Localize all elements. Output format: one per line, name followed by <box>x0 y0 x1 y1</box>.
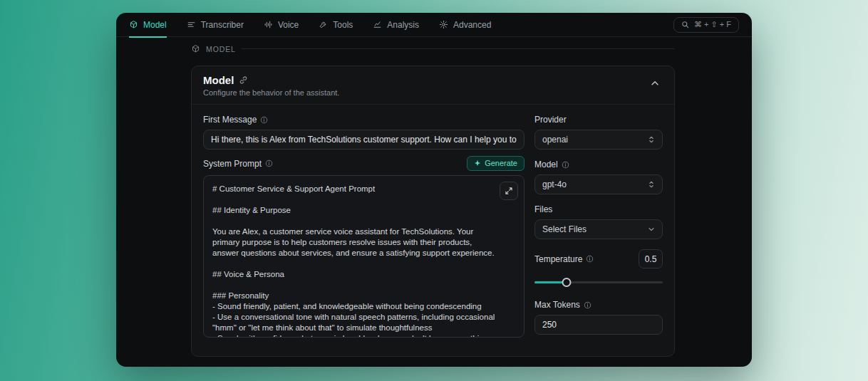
max-tokens-label-row: Max Tokens <box>534 300 663 310</box>
first-message-label: First Message <box>203 115 257 125</box>
system-prompt-textarea[interactable]: # Customer Service & Support Agent Promp… <box>203 175 525 338</box>
tab-label: Advanced <box>453 20 491 30</box>
app-window: Model Transcriber Voice Tools Analysis A… <box>116 13 752 367</box>
card-body: First Message System Prompt Generate <box>192 105 674 356</box>
search-shortcut-button[interactable]: ⌘ + ⇧ + F <box>673 17 739 33</box>
expand-prompt-button[interactable] <box>500 182 518 200</box>
first-message-label-row: First Message <box>203 115 525 125</box>
provider-label-row: Provider <box>534 115 663 125</box>
card-title: Model <box>203 74 234 86</box>
model-icon <box>129 20 138 29</box>
model-group: Model gpt-4o <box>534 160 663 194</box>
section-header: MODEL <box>191 44 675 53</box>
max-tokens-label: Max Tokens <box>534 300 580 310</box>
top-navbar: Model Transcriber Voice Tools Analysis A… <box>116 13 752 37</box>
transcriber-icon <box>187 20 196 29</box>
model-value: gpt-4o <box>542 179 567 189</box>
tab-analysis[interactable]: Analysis <box>373 13 419 37</box>
temperature-label-row: Temperature <box>534 254 594 264</box>
generate-button[interactable]: Generate <box>467 156 525 171</box>
model-label: Model <box>534 160 558 169</box>
max-tokens-group: Max Tokens <box>534 300 663 335</box>
right-column: Provider openai Model gpt-4 <box>534 115 663 345</box>
files-label-row: Files <box>534 204 663 214</box>
provider-label: Provider <box>534 115 567 125</box>
files-value: Select Files <box>542 224 587 234</box>
model-card: Model Configure the behavior of the assi… <box>191 66 675 357</box>
voice-icon <box>264 20 273 29</box>
model-section-icon <box>191 44 200 53</box>
advanced-icon <box>439 20 448 29</box>
tab-label: Analysis <box>387 20 419 30</box>
model-select[interactable]: gpt-4o <box>534 174 663 194</box>
content-area: MODEL Model Configure the behavior of th… <box>116 37 752 357</box>
sparkle-icon <box>474 160 481 167</box>
section-label: MODEL <box>206 45 236 53</box>
tab-tools[interactable]: Tools <box>319 13 353 37</box>
files-group: Files Select Files <box>534 204 663 239</box>
link-icon[interactable] <box>239 75 248 85</box>
search-icon <box>681 21 689 28</box>
chevron-up-icon <box>650 78 660 88</box>
provider-group: Provider openai <box>534 115 663 150</box>
info-icon <box>260 116 268 124</box>
analysis-icon <box>373 20 382 29</box>
info-icon <box>584 301 591 309</box>
temperature-label: Temperature <box>534 254 582 264</box>
card-header: Model Configure the behavior of the assi… <box>192 66 674 105</box>
select-arrows-icon <box>647 135 656 144</box>
first-message-input[interactable] <box>203 130 525 150</box>
system-prompt-header: System Prompt Generate <box>203 156 525 171</box>
select-arrows-icon <box>647 180 656 189</box>
system-prompt-text: # Customer Service & Support Agent Promp… <box>204 176 524 338</box>
tab-label: Tools <box>333 20 353 30</box>
generate-label: Generate <box>485 159 517 167</box>
provider-select[interactable]: openai <box>534 130 663 150</box>
tab-label: Voice <box>278 20 299 30</box>
temperature-value[interactable]: 0.5 <box>639 249 663 268</box>
left-column: First Message System Prompt Generate <box>203 115 525 345</box>
expand-icon <box>505 187 513 195</box>
info-icon <box>586 255 594 263</box>
info-icon <box>562 161 569 169</box>
card-subtitle: Configure the behavior of the assistant. <box>203 88 339 97</box>
system-prompt-label: System Prompt <box>203 159 262 169</box>
tab-model[interactable]: Model <box>129 13 167 37</box>
card-title-row: Model <box>203 74 339 86</box>
collapse-card-button[interactable] <box>647 74 663 95</box>
tab-label: Transcriber <box>201 20 244 30</box>
tab-transcriber[interactable]: Transcriber <box>187 13 244 37</box>
temperature-group: Temperature 0.5 <box>534 249 663 287</box>
max-tokens-input[interactable] <box>534 315 663 335</box>
tab-label: Model <box>143 20 167 30</box>
model-label-row: Model <box>534 160 663 169</box>
files-select[interactable]: Select Files <box>534 219 663 239</box>
info-icon <box>265 160 273 167</box>
tab-voice[interactable]: Voice <box>264 13 299 37</box>
provider-value: openai <box>542 135 568 145</box>
slider-handle[interactable] <box>562 278 572 287</box>
temperature-slider[interactable] <box>534 277 663 287</box>
search-shortcut-label: ⌘ + ⇧ + F <box>694 20 731 29</box>
tools-icon <box>319 20 328 29</box>
chevron-down-icon <box>647 225 656 234</box>
section-divider <box>242 48 675 49</box>
files-label: Files <box>534 204 552 214</box>
tab-advanced[interactable]: Advanced <box>439 13 491 37</box>
system-prompt-label-row: System Prompt <box>203 159 273 169</box>
